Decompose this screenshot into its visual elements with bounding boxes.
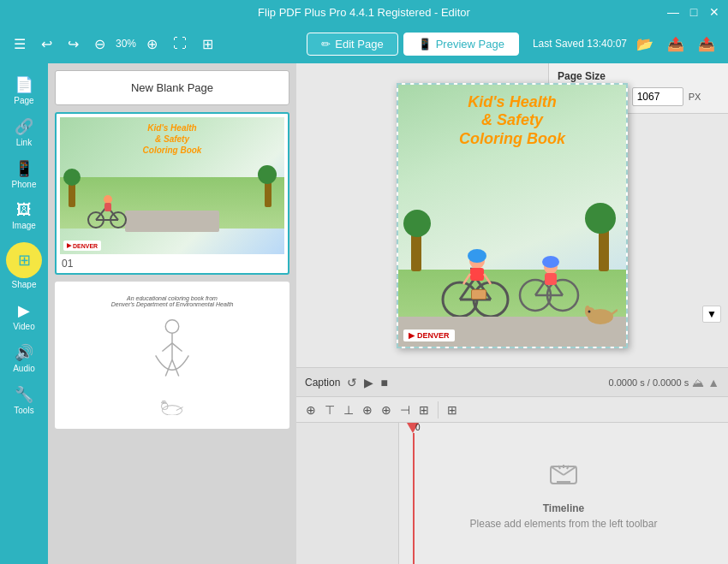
timeline-empty-state: Timeline Please add elements from the le…	[470, 458, 658, 530]
maximize-button[interactable]: □	[687, 5, 701, 19]
edit-page-button[interactable]: ✏ Edit Page	[307, 33, 397, 56]
page-1-image: Kid's Health& SafetyColoring Book	[60, 117, 284, 254]
canvas-book-title: Kid's Health & Safety Coloring Book	[459, 93, 565, 149]
tl-layers[interactable]: ⊞	[445, 401, 460, 419]
sidebar-phone-label: Phone	[12, 180, 37, 189]
sidebar-item-tools[interactable]: 🔧 Tools	[3, 380, 45, 420]
fit-button[interactable]: ⛶	[168, 33, 192, 55]
sidebar-item-video[interactable]: ▶ Video	[3, 296, 45, 336]
timeline-empty-icon	[546, 458, 581, 499]
svg-rect-35	[470, 268, 484, 281]
sidebar-image-label: Image	[12, 221, 36, 230]
svg-point-24	[542, 256, 559, 268]
sidebar-item-shape[interactable]: ⊞ Shape	[3, 237, 45, 294]
stop-button[interactable]: ■	[380, 376, 387, 389]
caption-bar: Caption ↺ ▶ ■ 0.0000 s / 0.0000 s ⛰ ▲ ▼	[296, 368, 728, 397]
image-icon: 🖼	[16, 201, 32, 219]
svg-rect-6	[104, 203, 111, 211]
grid-button[interactable]: ⊞	[197, 33, 218, 56]
sidebar-video-label: Video	[13, 322, 34, 331]
tl-group[interactable]: ⊣	[397, 401, 413, 419]
collapse-timeline-button[interactable]: ▼	[702, 306, 721, 323]
book-title-thumb: Kid's Health& SafetyColoring Book	[143, 122, 202, 156]
page-1-number: 01	[60, 258, 284, 270]
timeline-body: 0	[296, 423, 728, 564]
svg-point-42	[588, 310, 591, 312]
sidebar-item-phone[interactable]: 📱 Phone	[3, 154, 45, 194]
window-controls: — □ ✕	[666, 5, 721, 19]
tl-align-right[interactable]: ⊤	[322, 401, 337, 419]
rewind-button[interactable]: ↺	[347, 376, 357, 389]
share-button[interactable]: 📤	[694, 34, 719, 54]
svg-point-34	[468, 249, 486, 263]
svg-line-10	[172, 343, 182, 352]
playhead-number: 0	[415, 423, 421, 432]
sidebar-item-page[interactable]: 📄 Page	[3, 70, 45, 110]
sidebar-audio-label: Audio	[13, 364, 35, 373]
audio-icon: 🔊	[15, 343, 33, 362]
shape-active-indicator: ⊞	[6, 242, 42, 278]
sidebar: 📄 Page 🔗 Link 📱 Phone 🖼 Image ⊞ Shape ▶ …	[0, 63, 48, 564]
phone-icon: 📱	[15, 159, 33, 178]
play-button[interactable]: ▶	[364, 376, 373, 389]
preview-icon: 📱	[418, 38, 432, 50]
svg-point-5	[104, 195, 112, 204]
video-icon: ▶	[18, 301, 30, 320]
svg-line-45	[564, 466, 576, 475]
sidebar-item-image[interactable]: 🖼 Image	[3, 196, 45, 235]
page-2-subtitle: An educational coloring book fromDenver'…	[111, 295, 234, 307]
svg-point-40	[585, 306, 590, 314]
height-unit: PX	[689, 92, 701, 102]
page-canvas: Kid's Health & Safety Coloring Book	[397, 83, 628, 348]
edit-icon: ✏	[321, 38, 331, 50]
saved-status: Last Saved 13:40:07	[533, 38, 627, 50]
sidebar-page-label: Page	[14, 96, 33, 105]
import-button[interactable]: 📂	[632, 34, 658, 54]
menu-button[interactable]: ☰	[9, 33, 31, 56]
new-blank-page-button[interactable]: New Blank Page	[55, 70, 289, 105]
tl-distribute[interactable]: ⊥	[341, 401, 356, 419]
undo-button[interactable]: ↩	[36, 33, 57, 56]
redo-button[interactable]: ↪	[63, 33, 84, 56]
minimize-button[interactable]: —	[666, 5, 680, 19]
time-display: 0.0000 s / 0.0000 s ⛰ ▲	[609, 376, 719, 389]
tl-align-center[interactable]: ⊕	[360, 401, 375, 419]
close-button[interactable]: ✕	[707, 5, 721, 19]
content-area: Page Size PX PX Kid's Health & Safety Co…	[296, 63, 728, 564]
sidebar-tools-label: Tools	[14, 406, 33, 415]
svg-line-41	[611, 310, 618, 315]
timeline-label: Timeline	[543, 502, 584, 514]
canvas-denver-badge: ▶ DENVER	[403, 329, 455, 341]
tl-align-middle[interactable]: ⊕	[379, 401, 394, 419]
titlebar: Flip PDF Plus Pro 4.4.1 Registered - Edi…	[0, 0, 728, 24]
pages-panel: New Blank Page Kid's Health& SafetyColor…	[48, 63, 296, 564]
shape-icon: ⊞	[18, 251, 31, 270]
page-size-title: Page Size	[558, 70, 719, 82]
sidebar-item-link[interactable]: 🔗 Link	[3, 112, 45, 152]
svg-point-7	[165, 320, 178, 333]
zoom-out-button[interactable]: ⊖	[89, 33, 110, 56]
preview-button[interactable]: 📱 Preview Page	[403, 33, 519, 56]
tl-ungroup[interactable]: ⊞	[416, 401, 432, 419]
page-icon: 📄	[15, 75, 33, 94]
timeline-toolbar: ⊕ ⊤ ⊥ ⊕ ⊕ ⊣ ⊞ ⊞	[296, 397, 728, 423]
svg-line-44	[551, 466, 564, 475]
tl-align-left[interactable]: ⊕	[303, 401, 319, 419]
export-button[interactable]: 📤	[663, 34, 689, 54]
sidebar-item-audio[interactable]: 🔊 Audio	[3, 338, 45, 378]
book-cover-1: Kid's Health& SafetyColoring Book	[60, 117, 284, 254]
sidebar-link-label: Link	[16, 138, 32, 147]
chart-icon: ▲	[707, 376, 719, 389]
svg-rect-25	[545, 273, 557, 285]
mountain-icon: ⛰	[692, 376, 704, 389]
svg-point-13	[162, 405, 182, 415]
timeline-canvas: 0	[399, 423, 728, 564]
zoom-level: 30%	[116, 38, 136, 50]
zoom-in-button[interactable]: ⊕	[141, 33, 163, 56]
sidebar-shape-label: Shape	[12, 280, 37, 289]
link-icon: 🔗	[15, 117, 33, 136]
preview-label: Preview Page	[436, 38, 504, 50]
page-thumbnail-1[interactable]: Kid's Health& SafetyColoring Book	[55, 112, 289, 275]
page-height-input[interactable]	[632, 87, 683, 106]
page-thumbnail-2[interactable]: An educational coloring book fromDenver'…	[55, 282, 289, 429]
